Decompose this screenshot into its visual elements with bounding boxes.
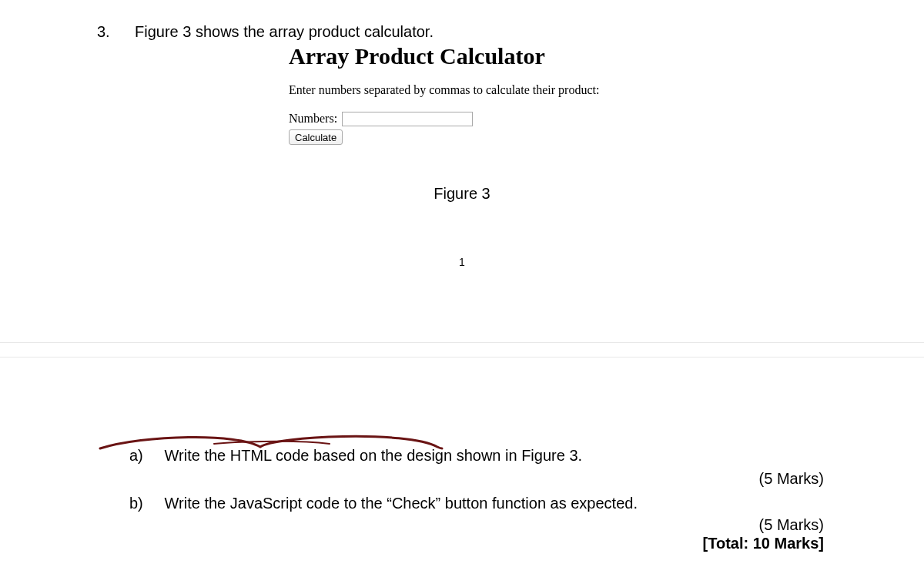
subpart-b: b) Write the JavaScript code to the “Che… [129,495,638,512]
numbers-row: Numbers: [289,111,689,126]
subpart-a-text: Write the HTML code based on the design … [165,447,583,464]
calculate-button[interactable]: Calculate [289,129,343,145]
subpart-b-text: Write the JavaScript code to the “Check”… [165,495,638,512]
question-number: 3. [97,23,110,41]
numbers-label: Numbers: [289,112,337,125]
figure-title: Array Product Calculator [289,43,689,69]
subpart-a-letter: a) [129,447,160,465]
subpart-b-letter: b) [129,495,160,512]
subpart-a: a) Write the HTML code based on the desi… [129,447,582,465]
figure-caption: Figure 3 [0,185,924,203]
document-page: 3. Figure 3 shows the array product calc… [0,0,924,564]
figure-description: Enter numbers separated by commas to cal… [289,83,689,97]
subpart-a-marks: (5 Marks) [759,470,824,488]
figure-container: Array Product Calculator Enter numbers s… [289,43,689,145]
subpart-b-marks: (5 Marks) [759,516,824,534]
page-number: 1 [0,256,924,268]
page-break [0,342,924,358]
numbers-input[interactable] [342,112,473,126]
total-marks: [Total: 10 Marks] [703,535,824,552]
button-row: Calculate [289,129,689,145]
question-text: Figure 3 shows the array product calcula… [135,23,434,41]
